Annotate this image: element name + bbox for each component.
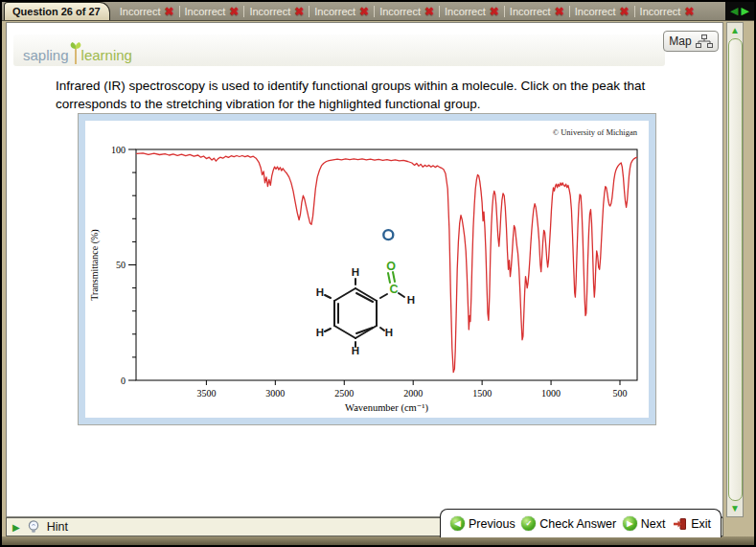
atom-label-o: O [386,260,396,273]
lightbulb-icon [27,519,40,535]
next-icon: ▶ [623,516,637,531]
brand-word-sapling: sapling [23,48,69,62]
molecule-bond [388,273,390,283]
x-tick-label: 2000 [403,388,423,399]
hint-label[interactable]: Hint [47,520,68,534]
previous-button[interactable]: ◀ Previous [450,516,515,531]
answer-marker[interactable] [383,230,393,239]
molecule-bond [334,326,355,338]
atom-label-h: H [352,266,359,278]
sitemap-icon [696,34,713,48]
scroll-up-icon[interactable]: ▲ [727,24,743,37]
incorrect-label: Incorrect [379,6,421,17]
previous-icon: ◀ [450,516,465,531]
question-tab-bar: Question 26 of 27 Incorrect✖Incorrect✖In… [2,2,754,21]
x-axis-label: Wavenumber (cm⁻¹) [345,402,428,414]
hint-expand-icon[interactable]: ▶ [12,522,20,533]
exit-button[interactable]: Exit [672,516,711,532]
attempt-tabs: Incorrect✖Incorrect✖Incorrect✖Incorrect✖… [110,2,725,20]
tab-incorrect[interactable]: Incorrect✖ [375,5,439,18]
tab-incorrect[interactable]: Incorrect✖ [505,5,569,18]
incorrect-x-icon: ✖ [684,5,694,18]
molecule-structure: OCHHHHHH [316,260,415,356]
molecule-bond [380,294,387,298]
atom-label-h: H [352,345,359,356]
window-bottom-edge [2,536,754,545]
question-text: Infrared (IR) spectroscopy is used to id… [56,77,692,113]
sapling-learning-logo: sapling learning [23,40,132,62]
navigation-tab: ◀ Previous ✓ Check Answer ▶ Next Exit [440,509,722,537]
x-tick-label: 3000 [265,388,285,399]
incorrect-x-icon: ✖ [165,5,174,18]
spectrum-panel: © University of Michigan1005003500300025… [78,113,656,425]
ir-spectrum-chart[interactable]: © University of Michigan1005003500300025… [85,121,649,418]
incorrect-x-icon: ✖ [490,5,499,18]
molecule-bond [399,293,404,297]
molecule-bond [325,295,331,298]
incorrect-x-icon: ✖ [229,5,239,18]
atom-label-h: H [316,327,324,338]
atom-label-h: H [407,294,415,306]
atom-label-h: H [316,286,324,298]
incorrect-x-icon: ✖ [424,5,434,18]
spectrum-chart-box: © University of Michigan1005003500300025… [85,121,649,418]
molecule-bond [325,329,331,331]
x-tick-label: 2500 [334,388,354,399]
exit-label: Exit [691,517,711,531]
header-band: sapling learning [13,34,665,66]
check-answer-icon: ✓ [521,516,536,531]
incorrect-label: Incorrect [314,6,355,17]
tab-incorrect[interactable]: Incorrect✖ [309,5,374,18]
molecule-bond [393,272,395,282]
molecule-bond [380,328,384,330]
incorrect-x-icon: ✖ [555,5,564,18]
tab-active-question[interactable]: Question 26 of 27 [4,2,110,20]
y-tick-label: 100 [111,145,126,155]
incorrect-x-icon: ✖ [620,5,630,18]
tab-incorrect[interactable]: Incorrect✖ [244,5,309,18]
tab-scroll-arrows: ◀ ▶ [725,2,754,20]
incorrect-x-icon: ✖ [359,5,369,18]
map-button-label: Map [669,34,691,48]
y-tick-label: 50 [116,260,126,270]
x-tick-label: 500 [613,388,628,399]
tab-incorrect[interactable]: Incorrect✖ [440,5,504,18]
incorrect-label: Incorrect [249,6,290,17]
scrollbar-thumb[interactable] [728,38,743,501]
incorrect-label: Incorrect [575,6,616,17]
incorrect-label: Incorrect [185,6,226,17]
y-axis-label: Transmittance (%) [89,229,101,300]
check-answer-button[interactable]: ✓ Check Answer [521,516,616,531]
molecule-bond [334,288,355,301]
atom-label-c: C [389,283,398,296]
exit-icon [672,516,687,532]
incorrect-x-icon: ✖ [294,5,304,18]
scroll-down-icon[interactable]: ▼ [727,502,743,515]
map-button[interactable]: Map [663,31,719,52]
tab-incorrect[interactable]: Incorrect✖ [570,5,634,18]
incorrect-label: Incorrect [445,6,486,17]
next-button[interactable]: ▶ Next [623,516,666,531]
brand-word-learning: learning [81,48,132,62]
tab-incorrect[interactable]: Incorrect✖ [115,5,179,18]
active-question-label: Question 26 of 27 [12,6,101,17]
vertical-scrollbar: ▲ ▼ [726,22,744,517]
y-tick-label: 0 [121,376,126,386]
atom-label-h: H [385,327,393,338]
previous-label: Previous [469,517,515,531]
tab-scroll-left-icon[interactable]: ◀ [730,6,738,16]
x-tick-label: 1500 [472,388,492,399]
incorrect-label: Incorrect [640,6,681,17]
incorrect-label: Incorrect [510,6,551,17]
incorrect-label: Incorrect [120,6,161,17]
credit-text: © University of Michigan [553,127,638,137]
check-answer-label: Check Answer [539,517,616,531]
tab-scroll-right-icon[interactable]: ▶ [742,6,749,16]
next-label: Next [641,517,666,531]
tab-incorrect[interactable]: Incorrect✖ [180,5,244,18]
app-window: Question 26 of 27 Incorrect✖Incorrect✖In… [0,0,756,547]
main-content-panel: sapling learning Map Infrared (IR) spect… [6,22,723,517]
x-tick-label: 1000 [541,388,561,399]
tab-incorrect[interactable]: Incorrect✖ [635,5,699,18]
x-tick-label: 3500 [196,388,216,399]
